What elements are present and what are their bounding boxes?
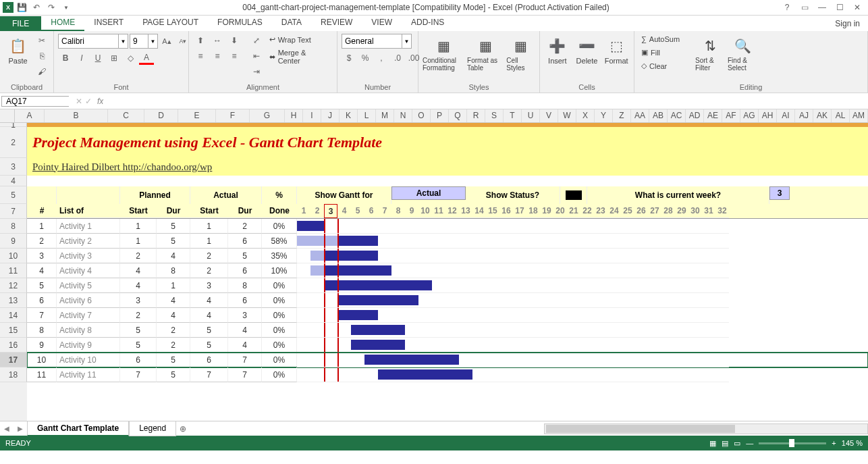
- pct-done[interactable]: 35%: [262, 249, 297, 263]
- ribbon-tab-formulas[interactable]: FORMULAS: [208, 15, 272, 31]
- col-header[interactable]: U: [522, 109, 540, 122]
- decrease-indent-icon[interactable]: ⇤: [249, 49, 264, 63]
- row-header[interactable]: 7: [0, 204, 27, 219]
- col-header[interactable]: T: [504, 109, 522, 122]
- clear-button[interactable]: ◇Clear: [639, 60, 693, 72]
- delete-cells-button[interactable]: ➖Delete: [574, 34, 601, 65]
- planned-dur[interactable]: 2: [157, 338, 190, 353]
- planned-dur[interactable]: 5: [157, 219, 190, 234]
- actual-start[interactable]: 1: [190, 219, 228, 234]
- border-icon[interactable]: ⊞: [107, 51, 121, 65]
- font-color-icon[interactable]: A: [139, 51, 154, 65]
- planned-dur[interactable]: 4: [157, 293, 190, 308]
- activity-name[interactable]: Activity 8: [57, 323, 120, 338]
- activity-name[interactable]: Activity 11: [57, 367, 120, 382]
- sheet-nav-next-icon[interactable]: ▶: [13, 425, 27, 432]
- zoom-in-icon[interactable]: +: [832, 439, 836, 447]
- increase-decimal-icon[interactable]: .0: [390, 51, 405, 65]
- zoom-thumb[interactable]: [789, 439, 794, 447]
- row-header[interactable]: 13: [0, 293, 27, 308]
- bold-button[interactable]: B: [58, 51, 73, 65]
- col-header[interactable]: N: [394, 109, 412, 122]
- planned-dur[interactable]: 5: [157, 367, 190, 382]
- col-header[interactable]: Q: [449, 109, 467, 122]
- minimize-icon[interactable]: —: [814, 3, 830, 12]
- planned-start[interactable]: 6: [120, 353, 157, 367]
- ribbon-tab-data[interactable]: DATA: [272, 15, 311, 31]
- row-header[interactable]: 4: [0, 176, 27, 186]
- row-header[interactable]: 15: [0, 323, 27, 338]
- actual-dur[interactable]: 6: [228, 293, 262, 308]
- actual-dur[interactable]: 2: [228, 219, 262, 234]
- actual-dur[interactable]: 7: [228, 367, 262, 382]
- col-header[interactable]: AM: [850, 109, 868, 122]
- col-header[interactable]: L: [358, 109, 376, 122]
- pct-done[interactable]: 58%: [262, 234, 297, 249]
- activity-name[interactable]: Activity 2: [57, 234, 120, 249]
- col-header[interactable]: AE: [704, 109, 722, 122]
- activity-name[interactable]: Activity 9: [57, 338, 120, 353]
- normal-view-icon[interactable]: ▦: [709, 439, 716, 448]
- col-header[interactable]: AA: [631, 109, 649, 122]
- cut-icon[interactable]: ✂: [34, 34, 49, 47]
- activity-name[interactable]: Activity 4: [57, 263, 120, 278]
- planned-start[interactable]: 1: [120, 234, 157, 249]
- planned-dur[interactable]: 8: [157, 263, 190, 278]
- activity-name[interactable]: Activity 10: [57, 353, 120, 367]
- align-middle-icon[interactable]: ↔: [210, 34, 225, 47]
- col-header[interactable]: AJ: [795, 109, 813, 122]
- actual-dur[interactable]: 7: [228, 353, 262, 367]
- row-header[interactable]: 12: [0, 278, 27, 293]
- insert-cells-button[interactable]: ➕Insert: [544, 34, 571, 65]
- font-size-combo[interactable]: ▼: [130, 34, 158, 49]
- planned-dur[interactable]: 5: [157, 353, 190, 367]
- page-layout-view-icon[interactable]: ▤: [722, 439, 728, 448]
- current-week-input[interactable]: 3: [769, 186, 790, 200]
- actual-dur[interactable]: 5: [228, 249, 262, 263]
- col-header[interactable]: AF: [722, 109, 740, 122]
- col-header[interactable]: H: [285, 109, 303, 122]
- wrap-text-button[interactable]: ↩Wrap Text: [267, 34, 333, 45]
- planned-dur[interactable]: 1: [157, 278, 190, 293]
- file-tab[interactable]: FILE: [0, 16, 41, 31]
- grow-font-icon[interactable]: A▴: [159, 34, 174, 48]
- find-select-button[interactable]: 🔍Find & Select: [728, 34, 757, 72]
- paste-button[interactable]: 📋 Paste: [4, 34, 32, 65]
- col-header[interactable]: C: [108, 109, 144, 122]
- pct-done[interactable]: 0%: [262, 323, 297, 338]
- col-header[interactable]: AB: [649, 109, 668, 122]
- align-right-icon[interactable]: ≡: [227, 49, 242, 63]
- row-header[interactable]: 17: [0, 353, 27, 367]
- activity-num[interactable]: 6: [27, 293, 57, 308]
- activity-num[interactable]: 10: [27, 353, 57, 367]
- col-header[interactable]: D: [144, 109, 178, 122]
- ribbon-options-icon[interactable]: ▭: [796, 3, 813, 12]
- pct-done[interactable]: 0%: [262, 293, 297, 308]
- col-header[interactable]: G: [250, 109, 285, 122]
- actual-start[interactable]: 2: [190, 249, 228, 263]
- col-header[interactable]: M: [376, 109, 394, 122]
- actual-start[interactable]: 3: [190, 278, 228, 293]
- actual-dur[interactable]: 6: [228, 263, 262, 278]
- close-icon[interactable]: ✕: [849, 3, 865, 12]
- planned-start[interactable]: 2: [120, 249, 157, 263]
- planned-start[interactable]: 1: [120, 219, 157, 234]
- pct-done[interactable]: 0%: [262, 308, 297, 323]
- pct-done[interactable]: 10%: [262, 263, 297, 278]
- align-left-icon[interactable]: ≡: [193, 49, 208, 63]
- format-cells-button[interactable]: ⬚Format: [603, 34, 630, 65]
- col-header[interactable]: V: [540, 109, 558, 122]
- cell-styles-button[interactable]: ▦Cell Styles: [506, 34, 535, 72]
- redo-icon[interactable]: ↷: [45, 1, 58, 14]
- planned-dur[interactable]: 4: [157, 308, 190, 323]
- pct-done[interactable]: 0%: [262, 353, 297, 367]
- actual-start[interactable]: 1: [190, 234, 228, 249]
- sheet-tab[interactable]: Legend: [129, 421, 176, 436]
- percent-icon[interactable]: %: [358, 51, 373, 65]
- activity-num[interactable]: 3: [27, 249, 57, 263]
- italic-button[interactable]: I: [74, 51, 89, 65]
- actual-start[interactable]: 4: [190, 293, 228, 308]
- planned-start[interactable]: 5: [120, 323, 157, 338]
- col-header[interactable]: X: [576, 109, 595, 122]
- conditional-formatting-button[interactable]: ▦Conditional Formatting: [423, 34, 464, 72]
